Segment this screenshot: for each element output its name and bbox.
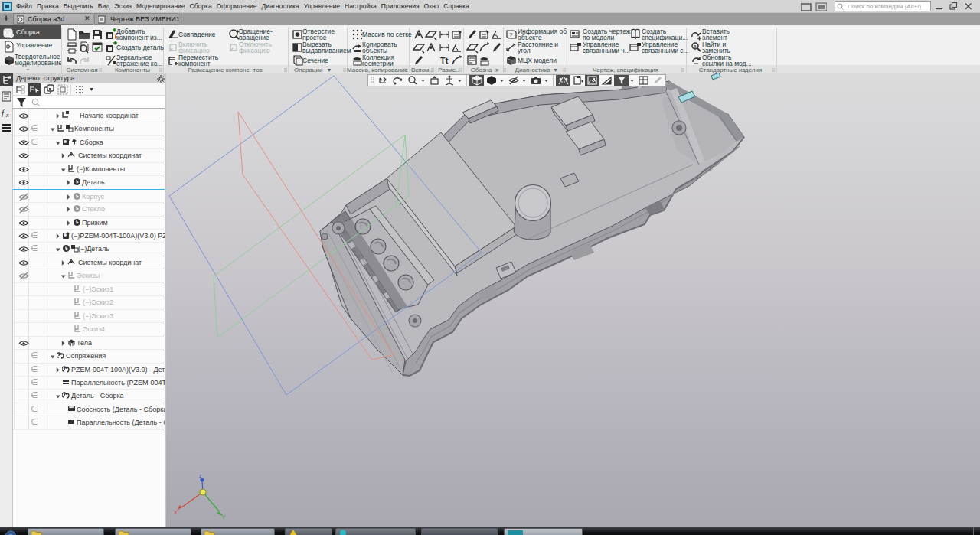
svg-text:x: x	[5, 112, 9, 118]
svg-text:Y: Y	[222, 514, 226, 520]
svg-text:z: z	[199, 473, 202, 478]
svg-text:a: a	[694, 44, 697, 49]
svg-text:f: f	[2, 108, 5, 117]
svg-text:Тt: Тt	[440, 56, 449, 65]
svg-text:?: ?	[509, 31, 513, 38]
svg-text:X: X	[174, 510, 178, 515]
